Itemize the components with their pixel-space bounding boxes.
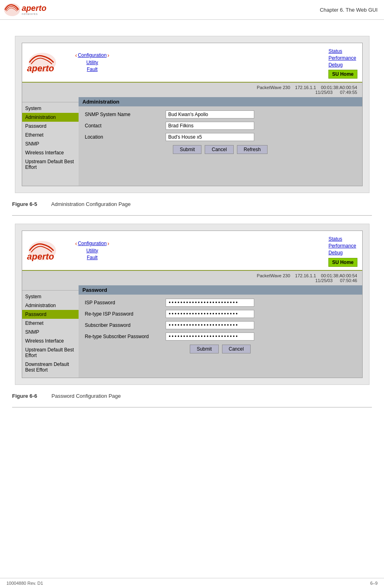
sidebar5-item-password[interactable]: Password [22, 122, 79, 131]
gui6-input-retype-isp[interactable] [166, 310, 254, 318]
figure6-caption-text: Password Configuration Page [52, 393, 121, 399]
sidebar5-item-ethernet[interactable]: Ethernet [22, 131, 79, 139]
gui6-nav-status-link[interactable]: Status [328, 236, 356, 243]
sidebar5-item-wireless[interactable]: Wireless Interface [22, 148, 79, 157]
gui6-device-time: 07:50:46 [340, 278, 357, 283]
device-model: PacketWave 230 [257, 85, 290, 90]
gui5-nav-links: Utility Fault [86, 59, 98, 73]
gui6-device-mac: 00:01:38:A0:00:54 [321, 273, 357, 278]
gui5-logo: aperto networks [27, 46, 67, 79]
gui6-input-subscriber[interactable] [166, 321, 254, 329]
gui5-cancel-button[interactable]: Cancel [205, 145, 233, 154]
gui5-panel-header: Administration [79, 97, 362, 106]
gui6-label-retype-subscriber: Re-type Subscriber Password [85, 334, 166, 339]
page-footer: 10004880 Rev. D1 6–9 [0, 578, 384, 588]
gui6-submit-button[interactable]: Submit [190, 345, 218, 353]
gui6-logo-svg: aperto networks [27, 240, 67, 261]
gui6-form-buttons: Submit Cancel [85, 345, 356, 353]
device-date: 11/25/03 [316, 90, 333, 95]
aperto-wordmark: aperto networks [22, 4, 46, 16]
page-header: aperto networks Chapter 6. The Web GUI [0, 0, 384, 20]
gui5-input-snmp[interactable] [166, 110, 254, 118]
nav-left-arrow: ‹ [75, 52, 77, 58]
sidebar6-item-downstream[interactable]: Downstream Default Best Effort [22, 360, 79, 374]
figure6-caption: Figure 6-6 Password Configuration Page [12, 393, 372, 399]
gui6-nav-left-arrow: ‹ [75, 240, 77, 247]
sidebar6-item-administration[interactable]: Administration [22, 301, 79, 310]
gui6-nav-debug-link[interactable]: Debug [328, 249, 356, 256]
gui6-form-row-isp: ISP Password [85, 299, 356, 307]
nav-right-arrow: › [108, 52, 110, 58]
aperto-logo-icon [3, 2, 21, 17]
sidebar6-item-system[interactable]: System [22, 292, 79, 301]
gui6-label-subscriber: Subscriber Password [85, 322, 166, 328]
gui5-form-row-contact: Contact [85, 122, 356, 130]
figure5-web-gui: aperto networks ‹ Configuration › Utilit… [22, 43, 363, 186]
gui5-device-info: PacketWave 230 172.16.1.1 00:01:38:A0:00… [22, 83, 362, 97]
nav-debug-link[interactable]: Debug [328, 62, 356, 69]
nav-configuration-link[interactable]: Configuration [78, 52, 106, 58]
gui5-nav-title: ‹ Configuration › [75, 52, 110, 58]
gui6-header: aperto networks ‹ Configuration › Utilit… [22, 231, 362, 270]
gui6-input-isp[interactable] [166, 299, 254, 307]
gui5-header: aperto networks ‹ Configuration › Utilit… [22, 43, 362, 83]
nav-status-link[interactable]: Status [328, 48, 356, 55]
gui5-content: System Administration Password Ethernet … [22, 97, 362, 186]
figure5-number: Figure 6-5 [12, 201, 37, 207]
gui6-nav-center: ‹ Configuration › Utility Fault [75, 234, 110, 266]
gui6-label-isp: ISP Password [85, 300, 166, 305]
sidebar5-item-snmp[interactable]: SNMP [22, 139, 79, 148]
figure6-number: Figure 6-6 [12, 393, 37, 399]
gui6-nav-performance-link[interactable]: Performance [328, 243, 356, 249]
gui6-panel-header: Password [79, 285, 362, 295]
gui5-right-links: Status Performance Debug [328, 48, 356, 68]
svg-text:networks: networks [28, 260, 41, 261]
sidebar6-item-wireless[interactable]: Wireless Interface [22, 337, 79, 345]
gui6-su-home-button[interactable]: SU Home [328, 258, 357, 267]
gui5-input-location[interactable] [166, 133, 254, 141]
gui6-nav-links: Utility Fault [86, 247, 98, 261]
gui6-right-links: Status Performance Debug [328, 236, 356, 256]
gui5-form-row-location: Location [85, 133, 356, 141]
gui5-nav-right: Status Performance Debug SU Home [328, 46, 357, 79]
gui6-form-row-subscriber: Subscriber Password [85, 321, 356, 329]
device-time: 07:49:55 [340, 90, 357, 95]
section-divider-2 [12, 407, 372, 407]
gui6-cancel-button[interactable]: Cancel [222, 345, 251, 353]
gui5-refresh-button[interactable]: Refresh [237, 145, 268, 154]
nav-performance-link[interactable]: Performance [328, 55, 356, 62]
figure5-caption: Figure 6-5 Administration Configuration … [12, 201, 372, 207]
gui6-nav-right-arrow: › [108, 240, 110, 247]
aperto-name: aperto [22, 4, 46, 12]
gui6-nav-title: ‹ Configuration › [75, 240, 110, 247]
gui6-form-row-retype-subscriber: Re-type Subscriber Password [85, 332, 356, 341]
figure6-container: aperto networks ‹ Configuration › Utilit… [15, 224, 369, 384]
gui6-device-date: 11/25/03 [316, 278, 333, 283]
gui6-nav-configuration-link[interactable]: Configuration [78, 241, 106, 246]
gui6-sidebar: System Administration Password Ethernet … [22, 285, 79, 378]
sidebar5-item-upstream[interactable]: Upstream Default Best Effort [22, 157, 79, 172]
gui6-nav-fault-link[interactable]: Fault [87, 254, 98, 261]
section-divider-1 [12, 215, 372, 216]
gui6-nav-utility-link[interactable]: Utility [86, 247, 98, 254]
gui5-input-contact[interactable] [166, 122, 254, 130]
gui6-device-info: PacketWave 230 172.16.1.1 00:01:38:A0:00… [22, 271, 362, 285]
sidebar6-item-password[interactable]: Password [22, 310, 79, 319]
gui5-panel-body: SNMP System Name Contact Location S [79, 106, 362, 158]
gui5-submit-button[interactable]: Submit [173, 145, 201, 154]
gui6-form-row-retype-isp: Re-type ISP Password [85, 310, 356, 318]
sidebar5-item-administration[interactable]: Administration [22, 113, 79, 122]
gui6-nav-right: Status Performance Debug SU Home [328, 234, 357, 266]
sidebar6-item-snmp[interactable]: SNMP [22, 328, 79, 337]
nav-fault-link[interactable]: Fault [87, 66, 98, 73]
gui6-label-retype-isp: Re-type ISP Password [85, 311, 166, 317]
gui6-input-retype-subscriber[interactable] [166, 332, 254, 341]
sidebar6-item-ethernet[interactable]: Ethernet [22, 319, 79, 328]
sidebar5-item-system[interactable]: System [22, 104, 79, 113]
gui5-nav-center: ‹ Configuration › Utility Fault [75, 46, 110, 79]
sidebar6-item-upstream[interactable]: Upstream Default Best Effort [22, 345, 79, 360]
aperto-networks-label: networks [22, 12, 46, 16]
nav-utility-link[interactable]: Utility [86, 59, 98, 66]
footer-page: 6–9 [370, 581, 378, 586]
su-home-button[interactable]: SU Home [328, 70, 357, 79]
